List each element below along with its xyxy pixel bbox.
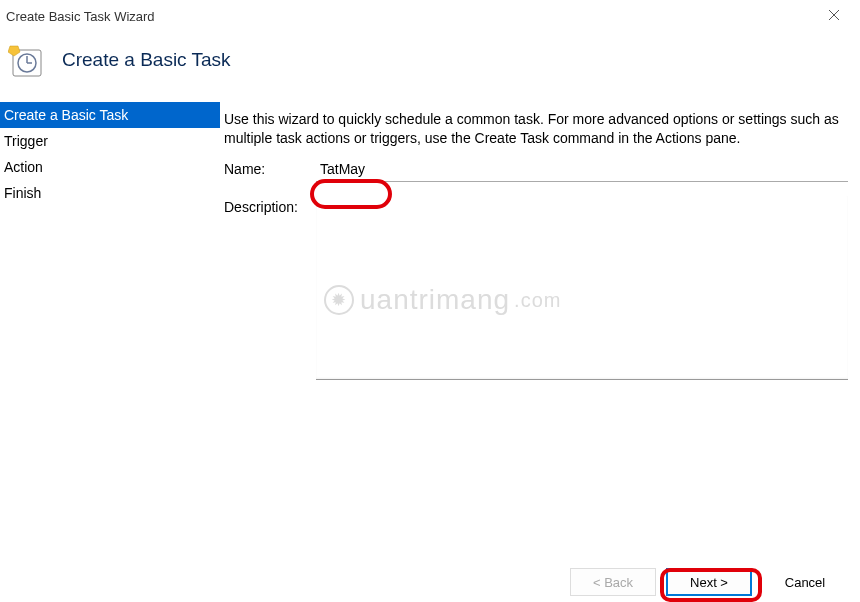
description-label: Description: bbox=[224, 196, 316, 215]
window-title: Create Basic Task Wizard bbox=[6, 9, 155, 24]
sidebar-item-trigger[interactable]: Trigger bbox=[0, 128, 220, 154]
sidebar-item-action[interactable]: Action bbox=[0, 154, 220, 180]
sidebar-item-finish[interactable]: Finish bbox=[0, 180, 220, 206]
cancel-button[interactable]: Cancel bbox=[762, 568, 848, 596]
description-row: Description: bbox=[224, 196, 848, 380]
sidebar-item-create-basic-task[interactable]: Create a Basic Task bbox=[0, 102, 220, 128]
wizard-footer: < Back Next > Cancel bbox=[0, 562, 860, 602]
instructions-text: Use this wizard to quickly schedule a co… bbox=[224, 110, 848, 148]
task-scheduler-icon bbox=[8, 42, 44, 78]
name-label: Name: bbox=[224, 158, 316, 177]
description-textarea[interactable] bbox=[316, 196, 848, 380]
name-row: Name: bbox=[224, 158, 848, 182]
wizard-steps-sidebar: Create a Basic Task Trigger Action Finis… bbox=[0, 102, 220, 537]
titlebar: Create Basic Task Wizard bbox=[0, 0, 860, 32]
next-button[interactable]: Next > bbox=[666, 568, 752, 596]
page-title: Create a Basic Task bbox=[62, 49, 231, 71]
wizard-header: Create a Basic Task bbox=[0, 32, 860, 102]
wizard-content: Create a Basic Task Trigger Action Finis… bbox=[0, 102, 860, 537]
name-input[interactable] bbox=[316, 158, 848, 182]
close-icon[interactable] bbox=[818, 8, 850, 24]
back-button: < Back bbox=[570, 568, 656, 596]
wizard-main-panel: Use this wizard to quickly schedule a co… bbox=[220, 102, 860, 537]
